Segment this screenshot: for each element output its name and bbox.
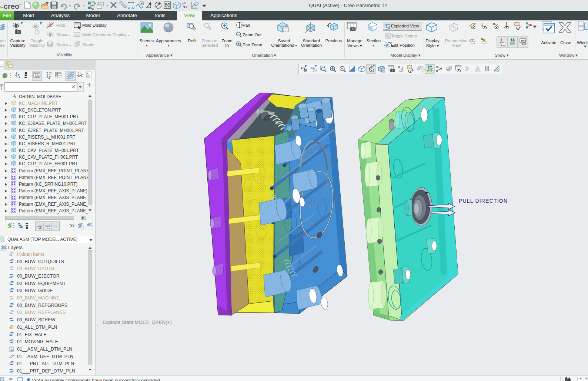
svg-text:4: 4 [385,42,387,44]
svg-text:yx: yx [182,1,186,5]
svg-text:10.0: 10.0 [521,39,527,42]
svg-text:z: z [186,5,187,9]
